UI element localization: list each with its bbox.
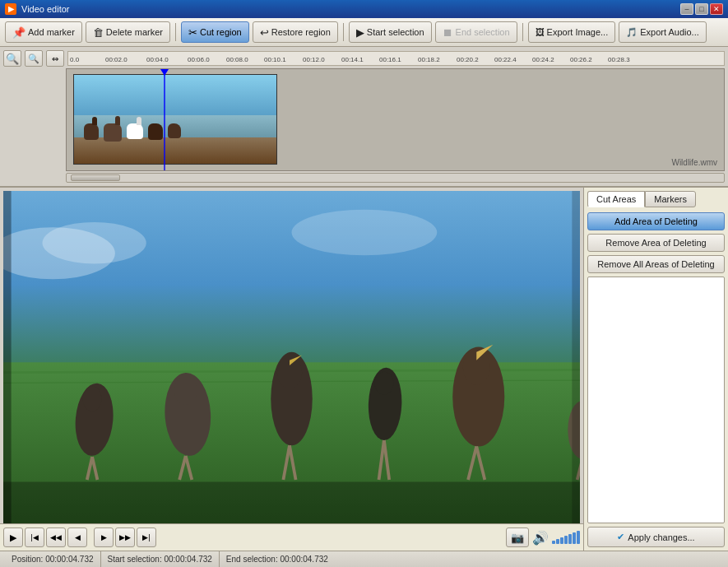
svg-rect-33 [572,191,580,523]
timeline-controls: 🔍 🔍 ⇔ 0.0 00:02.0 00:04.0 00:06.0 00:08.… [3,50,725,67]
next-frame-button[interactable]: ▶▶ [115,527,135,547]
lower-section: ▶ |◀ ◀◀ ◀ ▶ ▶▶ ▶| 📷 🔊 [0,188,728,551]
volume-bars [552,531,580,544]
vol-bar-1 [552,541,555,544]
svg-point-25 [463,350,490,385]
close-button[interactable]: ✕ [710,3,723,15]
sky-bg [74,75,276,115]
end-selection-button[interactable]: ⏹ End selection [435,21,517,43]
step-back-button[interactable]: ◀ [67,527,87,547]
vol-bar-4 [564,536,568,544]
playhead[interactable] [164,69,165,171]
toolbar-separator-3 [522,23,523,41]
start-selection-button[interactable]: ▶ Start selection [349,21,432,43]
horses [84,123,181,142]
end-selection-icon: ⏹ [443,26,453,39]
svg-rect-34 [3,482,580,524]
svg-point-21 [375,372,394,395]
toolbar-separator-1 [175,23,176,41]
start-selection-icon: ▶ [356,26,364,39]
main-content: 📌 Add marker 🗑 Delete marker ✂ Cut regio… [0,18,728,567]
restore-region-icon: ↩ [260,26,269,39]
video-frame [3,191,580,523]
delete-marker-button[interactable]: 🗑 Delete marker [86,21,170,43]
screenshot-button[interactable]: 📷 [506,527,529,547]
delete-marker-icon: 🗑 [93,26,104,39]
position-status: Position: 00:00:04.732 [5,551,101,567]
vol-bar-5 [568,534,572,544]
export-audio-icon: 🎵 [626,27,638,38]
export-image-button[interactable]: 🖼 Export Image... [528,21,616,43]
vol-bar-7 [577,531,580,544]
prev-frame-button[interactable]: ◀◀ [46,527,66,547]
status-bar: Position: 00:00:04.732 Start selection: … [0,551,728,567]
scrollbar-thumb[interactable] [71,174,120,181]
go-start-button[interactable]: |◀ [25,527,44,547]
app-icon: ▶ [5,3,16,15]
video-strip [73,74,277,165]
zoom-in-button[interactable]: 🔍 [3,50,21,67]
apply-checkmark-icon: ✔ [617,532,624,542]
right-panel: Cut Areas Markers Add Area of Deleting R… [584,188,728,551]
zoom-out-button[interactable]: 🔍 [25,50,43,67]
toolbar: 📌 Add marker 🗑 Delete marker ✂ Cut regio… [0,18,728,47]
zoom-fit-button[interactable]: ⇔ [46,50,64,67]
export-image-icon: 🖼 [536,27,545,37]
timeline-tracks: Wildlife.wmv [3,68,725,171]
add-area-button[interactable]: Add Area of Deleting [587,212,725,230]
svg-rect-0 [3,191,580,378]
export-audio-button[interactable]: 🎵 Export Audio... [619,21,707,43]
minimize-button[interactable]: – [680,3,693,15]
end-selection-status: End selection: 00:00:04.732 [220,551,335,567]
svg-point-8 [83,386,102,411]
toolbar-separator-2 [343,23,344,41]
svg-rect-32 [3,191,12,523]
cut-region-icon: ✂ [188,26,197,39]
video-track[interactable]: Wildlife.wmv [66,68,725,171]
play-button[interactable]: ▶ [3,527,23,547]
timeline-section: 🔍 🔍 ⇔ 0.0 00:02.0 00:04.0 00:06.0 00:08.… [0,47,728,188]
volume-icon: 🔊 [532,530,549,546]
areas-list[interactable] [587,277,725,523]
apply-changes-button[interactable]: ✔ Apply changes... [587,527,725,547]
maximize-button[interactable]: □ [695,3,708,15]
start-selection-status: Start selection: 00:00:04.732 [101,551,220,567]
restore-region-button[interactable]: ↩ Restore region [253,21,338,43]
volume-area: 📷 🔊 [506,527,580,547]
vol-bar-6 [573,532,576,544]
title-bar: ▶ Video editor – □ ✕ [0,0,728,18]
playback-controls: ▶ |◀ ◀◀ ◀ ▶ ▶▶ ▶| 📷 🔊 [0,523,583,551]
remove-all-areas-button[interactable]: Remove All Areas of Deleting [587,255,725,273]
playhead-marker [160,69,169,76]
add-marker-icon: 📌 [12,26,26,39]
vol-bar-2 [556,539,559,544]
add-marker-button[interactable]: 📌 Add marker [5,21,82,43]
track-labels [3,68,63,171]
timeline-scrollbar[interactable] [66,173,725,183]
cut-region-button[interactable]: ✂ Cut region [181,21,249,43]
vol-bar-3 [560,537,563,544]
preview-panel: ▶ |◀ ◀◀ ◀ ▶ ▶▶ ▶| 📷 🔊 [0,188,584,551]
remove-area-button[interactable]: Remove Area of Deleting [587,234,725,252]
video-file-label: Wildlife.wmv [671,158,717,167]
step-forward-button[interactable]: ▶ [94,527,114,547]
tab-markers[interactable]: Markers [645,191,696,207]
timeline-ruler[interactable]: 0.0 00:02.0 00:04.0 00:06.0 00:08.0 00:1… [67,51,725,66]
svg-point-12 [174,376,197,405]
video-svg [3,191,580,523]
svg-point-2 [43,222,146,264]
video-display[interactable] [3,191,580,523]
window-controls: – □ ✕ [680,3,723,15]
app-title: Video editor [21,4,675,14]
svg-point-3 [292,210,438,256]
tab-bar: Cut Areas Markers [587,191,725,207]
tab-cut-areas[interactable]: Cut Areas [587,191,645,207]
go-end-button[interactable]: ▶| [137,527,156,547]
